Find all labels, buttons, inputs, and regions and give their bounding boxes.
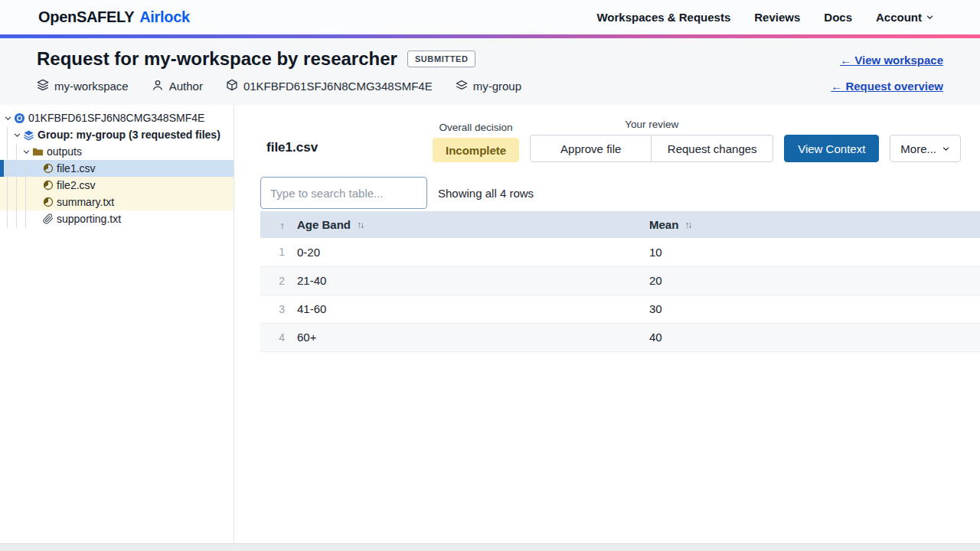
tree-guide	[7, 127, 8, 228]
row-number: 4	[260, 323, 291, 351]
file-title: file1.csv	[266, 140, 318, 155]
file-tree: 01KFBFD61SFJ6N8CMG348SMF4E Group: my-gro…	[0, 105, 234, 227]
review-button-group: Approve file Request changes	[530, 135, 773, 162]
nav-account[interactable]: Account	[876, 11, 934, 24]
paperclip-icon	[42, 214, 54, 224]
column-header-mean[interactable]: Mean ↑↓	[643, 211, 980, 238]
tree-item-label: supporting.txt	[57, 213, 121, 225]
meta-group-label: my-group	[473, 80, 521, 93]
brand-product: Airlock	[139, 8, 190, 25]
table-row: 1 0-20 10	[260, 238, 980, 266]
tree-item-file1-csv[interactable]: file1.csv	[0, 160, 234, 177]
chevron-down-icon	[942, 142, 950, 155]
tree-item-label: 01KFBFD61SFJ6N8CMG348SMF4E	[28, 112, 204, 124]
decision-badge: Incomplete	[433, 138, 519, 162]
meta-author-label: Author	[169, 80, 203, 93]
request-meta: my-workspace Author 01KFBFD61SFJ6N8CMG34…	[37, 79, 521, 93]
cell-age-band: 21-40	[291, 266, 643, 295]
page-title: Request for my-workspace by researcher	[37, 48, 397, 70]
table-row: 3 41-60 30	[260, 295, 980, 323]
layers-icon	[456, 79, 468, 93]
nav-account-label: Account	[876, 11, 922, 24]
request-overview-link[interactable]: ← Request overview	[831, 80, 943, 93]
top-navbar: OpenSAFELYAirlock Workspaces & Requests …	[0, 0, 980, 34]
nav-reviews[interactable]: Reviews	[754, 11, 800, 24]
group-layers-icon	[23, 129, 34, 141]
chevron-down-icon[interactable]	[12, 131, 21, 139]
sort-ascending-icon: ↑	[280, 220, 286, 231]
tree-item-request-root[interactable]: 01KFBFD61SFJ6N8CMG348SMF4E	[0, 109, 234, 126]
tree-item-supporting-txt[interactable]: supporting.txt	[0, 210, 234, 227]
more-actions-button[interactable]: More...	[890, 135, 961, 162]
request-header: Request for my-workspace by researcher S…	[0, 38, 980, 105]
file-status-icon	[42, 163, 54, 174]
tree-item-outputs-folder[interactable]: outputs	[0, 143, 234, 160]
cube-icon	[226, 79, 238, 93]
brand-name: OpenSAFELY	[38, 8, 134, 25]
sort-icon: ↑↓	[357, 220, 363, 230]
table-search-input[interactable]	[260, 177, 427, 209]
file-header: file1.csv Overall decision Incomplete Yo…	[248, 105, 980, 162]
meta-workspace-label: my-workspace	[54, 80, 129, 93]
cell-age-band: 41-60	[291, 295, 643, 323]
data-table: ↑ Age Band ↑↓ Mean ↑↓	[260, 211, 980, 352]
file-status-icon	[42, 197, 54, 207]
file-review-panel: file1.csv Overall decision Incomplete Yo…	[234, 105, 980, 544]
table-row: 4 60+ 40	[260, 323, 980, 351]
meta-author: Author	[152, 79, 203, 93]
view-context-button[interactable]: View Context	[784, 135, 879, 162]
nav-links: Workspaces & Requests Reviews Docs Accou…	[596, 11, 934, 24]
cell-mean: 20	[643, 266, 980, 295]
status-badge: SUBMITTED	[407, 51, 476, 67]
rows-summary: Showing all 4 rows	[438, 187, 534, 200]
your-review-group: Your review Approve file Request changes	[530, 119, 773, 162]
column-header-age-band[interactable]: Age Band ↑↓	[291, 211, 643, 238]
tree-item-label: outputs	[47, 145, 82, 158]
tree-item-label: file2.csv	[57, 179, 96, 191]
row-number: 1	[260, 238, 291, 266]
request-changes-button[interactable]: Request changes	[652, 135, 773, 162]
chevron-down-icon[interactable]	[21, 148, 31, 156]
nav-docs[interactable]: Docs	[824, 11, 852, 24]
overall-decision-label: Overall decision	[439, 122, 513, 133]
meta-request-id-label: 01KFBFD61SFJ6N8CMG348SMF4E	[243, 80, 433, 93]
folder-icon	[32, 146, 44, 158]
chevron-down-icon[interactable]	[3, 114, 12, 122]
more-actions-label: More...	[900, 142, 936, 155]
layers-icon	[37, 79, 49, 93]
tree-item-label: Group: my-group (3 requested files)	[38, 129, 220, 141]
chevron-down-icon	[926, 11, 934, 24]
view-workspace-link[interactable]: ← View workspace	[840, 54, 943, 67]
row-number-sort-header[interactable]: ↑	[260, 211, 291, 238]
column-label: Age Band	[297, 218, 351, 231]
cell-age-band: 0-20	[291, 238, 643, 266]
table-toolbar: Showing all 4 rows	[260, 177, 980, 209]
tree-item-summary-txt[interactable]: summary.txt	[0, 194, 234, 210]
your-review-label: Your review	[625, 119, 678, 130]
tree-item-file2-csv[interactable]: file2.csv	[0, 177, 234, 194]
sort-icon: ↑↓	[684, 220, 691, 230]
approve-file-button[interactable]: Approve file	[530, 135, 652, 162]
cell-mean: 40	[643, 323, 980, 351]
user-icon	[152, 79, 164, 93]
tree-item-label: summary.txt	[57, 196, 114, 208]
tree-item-label: file1.csv	[57, 162, 96, 174]
table-header-row: ↑ Age Band ↑↓ Mean ↑↓	[260, 211, 980, 238]
nav-workspaces-requests[interactable]: Workspaces & Requests	[596, 11, 730, 24]
cell-age-band: 60+	[291, 323, 643, 351]
tree-guide	[16, 144, 17, 228]
file-status-icon	[42, 180, 54, 191]
file-tree-sidebar: 01KFBFD61SFJ6N8CMG348SMF4E Group: my-gro…	[0, 105, 234, 544]
cell-mean: 30	[643, 295, 980, 323]
cell-mean: 10	[643, 238, 980, 266]
meta-workspace: my-workspace	[37, 79, 129, 93]
row-number: 3	[260, 295, 291, 323]
row-number: 2	[260, 266, 291, 295]
request-root-icon	[14, 112, 25, 124]
meta-request-id: 01KFBFD61SFJ6N8CMG348SMF4E	[226, 79, 433, 93]
brand-logo[interactable]: OpenSAFELYAirlock	[38, 8, 190, 26]
tree-guide	[25, 161, 26, 228]
tree-item-group[interactable]: Group: my-group (3 requested files)	[0, 126, 234, 143]
table-row: 2 21-40 20	[260, 266, 980, 295]
overall-decision-group: Overall decision Incomplete	[433, 122, 519, 162]
